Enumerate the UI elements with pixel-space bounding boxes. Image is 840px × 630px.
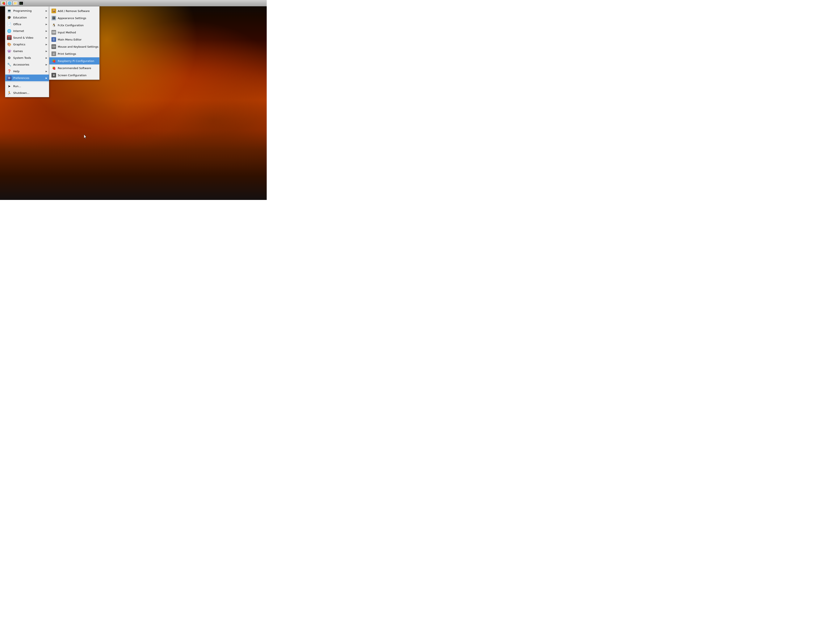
terminal-button[interactable]: >_ — [19, 1, 24, 5]
arrow-icon-graphics: ▶ — [46, 43, 47, 46]
main-menu: 💻 Programming ▶ 🎓 Education ▶ 📄 Office ▶… — [5, 6, 49, 97]
submenu-main-menu-editor[interactable]: ☰ Main Menu Editor — [49, 36, 99, 43]
arrow-icon: ▶ — [46, 9, 47, 12]
preferences-submenu: 📦 Add / Remove Software 🖼 Appearance Set… — [49, 6, 99, 80]
menu-item-internet[interactable]: 🌐 Internet ▶ — [5, 27, 49, 34]
add-remove-icon: 📦 — [51, 9, 56, 13]
menu-item-programming[interactable]: 💻 Programming ▶ — [5, 7, 49, 14]
programming-label: Programming — [13, 9, 44, 13]
shutdown-icon: 🏃 — [7, 90, 11, 95]
files-button[interactable]: 📁 — [13, 1, 18, 5]
menu-editor-label: Main Menu Editor — [58, 38, 82, 41]
rpi-config-icon: 🍓 — [51, 58, 56, 63]
programming-icon: 💻 — [7, 8, 11, 13]
education-icon: 🎓 — [7, 15, 11, 20]
arrow-icon-internet: ▶ — [46, 30, 47, 32]
run-label: Run... — [13, 85, 47, 88]
menu-item-education[interactable]: 🎓 Education ▶ — [5, 14, 49, 21]
submenu-fcitx[interactable]: 🐧 Fcitx Configuration — [49, 22, 99, 29]
mouse-cursor — [84, 134, 87, 139]
submenu-add-remove[interactable]: 📦 Add / Remove Software — [49, 7, 99, 14]
run-icon: ➤ — [7, 84, 11, 88]
browser-button[interactable]: 🌐 — [7, 1, 12, 5]
internet-label: Internet — [13, 29, 44, 33]
arrow-icon-office: ▶ — [46, 23, 47, 25]
mouse-keyboard-icon: ⌨ — [51, 44, 56, 49]
raspberry-icon: 🍓 — [2, 2, 5, 5]
recommended-software-label: Recommended Software — [58, 66, 91, 70]
help-label: Help — [13, 70, 44, 73]
screen-config-label: Screen Configuration — [58, 74, 87, 77]
appearance-icon: 🖼 — [51, 16, 56, 21]
submenu-recommended-software[interactable]: 🍓 Recommended Software — [49, 65, 99, 72]
office-label: Office — [13, 23, 44, 26]
folder-icon: 📁 — [14, 2, 17, 5]
menu-item-office[interactable]: 📄 Office ▶ — [5, 21, 49, 27]
graphics-label: Graphics — [13, 43, 44, 46]
add-remove-label: Add / Remove Software — [58, 9, 90, 13]
rpi-config-label: Raspberry Pi Configuration — [58, 59, 94, 63]
input-method-label: Input Method — [58, 31, 76, 34]
terminal-icon: >_ — [19, 2, 23, 5]
submenu-input-method[interactable]: ⌨ Input Method — [49, 29, 99, 36]
accessories-label: Accessories — [13, 63, 44, 66]
desktop: 🍓 🌐 📁 >_ 💻 Programming ▶ 🎓 Education ▶ 📄… — [0, 0, 267, 200]
menu-item-graphics[interactable]: 🎨 Graphics ▶ — [5, 41, 49, 48]
sound-video-label: Sound & Video — [13, 36, 44, 39]
menu-item-accessories[interactable]: 🔧 Accessories ▶ — [5, 61, 49, 68]
mouse-keyboard-label: Mouse and Keyboard Settings — [58, 45, 98, 48]
submenu-raspberry-pi-config[interactable]: 🍓 Raspberry Pi Configuration — [49, 57, 99, 65]
print-label: Print Settings — [58, 52, 76, 55]
graphics-icon: 🎨 — [7, 42, 11, 47]
appearance-label: Appearance Settings — [58, 17, 86, 20]
arrow-icon-help: ▶ — [46, 70, 47, 73]
menu-item-sound-video[interactable]: 🎬 Sound & Video ▶ — [5, 34, 49, 41]
arrow-icon-sys: ▶ — [46, 57, 47, 59]
print-icon: 🖨 — [51, 51, 56, 56]
arrow-icon-acc: ▶ — [46, 63, 47, 66]
fcitx-icon: 🐧 — [51, 23, 56, 27]
menu-item-games[interactable]: 👾 Games ▶ — [5, 48, 49, 54]
arrow-icon-av: ▶ — [46, 36, 47, 39]
help-icon: ❓ — [7, 69, 11, 74]
sound-video-icon: 🎬 — [7, 35, 11, 40]
preferences-label: Preferences — [13, 76, 44, 80]
globe-icon: 🌐 — [8, 2, 11, 5]
preferences-icon: ⊞ — [7, 76, 11, 80]
office-icon: 📄 — [7, 22, 11, 27]
fcitx-label: Fcitx Configuration — [58, 24, 84, 27]
input-method-icon: ⌨ — [51, 30, 56, 35]
raspberry-menu-button[interactable]: 🍓 — [1, 1, 6, 5]
menu-editor-icon: ☰ — [51, 37, 56, 42]
recommended-software-icon: 🍓 — [51, 66, 56, 70]
menu-item-run[interactable]: ➤ Run... — [5, 83, 49, 90]
games-icon: 👾 — [7, 49, 11, 53]
games-label: Games — [13, 50, 44, 53]
arrow-icon-games: ▶ — [46, 50, 47, 52]
submenu-screen-config[interactable]: 🖥 Screen Configuration — [49, 72, 99, 79]
submenu-mouse-keyboard[interactable]: ⌨ Mouse and Keyboard Settings — [49, 43, 99, 50]
menu-item-shutdown[interactable]: 🏃 Shutdown... — [5, 90, 49, 96]
menu-item-preferences[interactable]: ⊞ Preferences ▶ — [5, 74, 49, 81]
screen-config-icon: 🖥 — [51, 73, 56, 77]
menu-item-system-tools[interactable]: ⚙️ System Tools ▶ — [5, 54, 49, 61]
education-label: Education — [13, 16, 44, 19]
system-tools-icon: ⚙️ — [7, 55, 11, 60]
shutdown-label: Shutdown... — [13, 92, 47, 95]
submenu-print-settings[interactable]: 🖨 Print Settings — [49, 50, 99, 57]
arrow-icon-prefs: ▶ — [46, 77, 47, 79]
submenu-appearance[interactable]: 🖼 Appearance Settings — [49, 14, 99, 22]
arrow-icon-edu: ▶ — [46, 16, 47, 19]
menu-item-help[interactable]: ❓ Help ▶ — [5, 68, 49, 74]
svg-marker-0 — [84, 134, 86, 139]
accessories-icon: 🔧 — [7, 62, 11, 67]
internet-icon: 🌐 — [7, 28, 11, 33]
taskbar: 🍓 🌐 📁 >_ — [0, 0, 267, 6]
system-tools-label: System Tools — [13, 56, 44, 59]
